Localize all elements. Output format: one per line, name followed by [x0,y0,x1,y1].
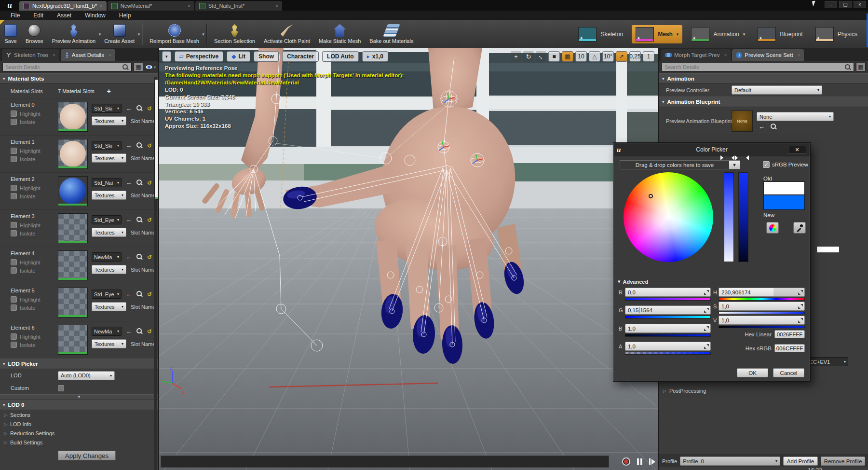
saturation-value-field[interactable]: 1,0 [719,302,805,311]
viewport-3d[interactable]: z x ▾ ▱Perspective ◆Lit Show Character L… [159,48,658,470]
chevron-down-icon[interactable]: ▾ [743,32,746,37]
add-profile-button[interactable]: Add Profile [783,456,818,466]
isolate-checkbox[interactable] [11,119,17,125]
tonemapper-dropdown[interactable]: LCC+EV1▾ [804,357,848,366]
grid-snap-value[interactable]: 10 [575,51,587,62]
isolate-checkbox[interactable] [11,230,17,236]
chevron-down-icon[interactable]: ▼ [729,161,740,169]
reset-to-default-icon[interactable]: ↺ [147,217,152,223]
panel-splitter[interactable]: ▼ [0,394,158,400]
close-icon[interactable]: × [724,53,727,58]
dialog-close-button[interactable]: ✕ [788,146,806,154]
use-selected-asset-icon[interactable]: ← [126,142,132,149]
search-input[interactable] [5,64,122,70]
saturation-gradient-bar[interactable] [719,312,805,314]
animation-blueprint-header[interactable]: ▾Animation Blueprint [659,97,868,107]
material-select-dropdown[interactable]: Std_Eye▾ [92,215,122,224]
perspective-button[interactable]: ▱Perspective [175,51,224,62]
browse-to-asset-icon[interactable] [136,180,143,186]
mode-mesh-button[interactable]: ★ Mesh▾ [632,25,682,43]
step-forward-button[interactable] [649,458,655,465]
bake-out-materials-button[interactable]: Bake out Materials [365,22,418,46]
close-tab-icon[interactable]: × [100,3,103,9]
isolate-checkbox-row[interactable]: Isolate [11,230,58,236]
world-local-space-icon[interactable]: ■ [548,51,560,62]
animation-section-header[interactable]: ▾Animation [659,73,868,84]
remove-profile-button[interactable]: Remove Profile [821,456,865,466]
scale-snap-toggle[interactable]: ↗ [616,51,627,62]
textures-dropdown[interactable]: Textures▾ [92,339,126,348]
view-options-button[interactable]: ▾ [145,65,156,69]
highlight-checkbox[interactable] [11,148,17,154]
asset-tab-nails-inst[interactable]: Std_Nails_Inst* × [195,1,282,11]
dialog-title-bar[interactable]: u Color Picker ✕ [614,143,810,156]
tab-morph-target-preview[interactable]: Morph Target Prev× [661,49,731,61]
chevron-down-icon[interactable]: ▾ [138,32,140,37]
mode-animation-button[interactable]: ★ Animation▾ [687,25,749,43]
browse-to-asset-icon[interactable] [136,217,143,223]
menu-edit[interactable]: Edit [27,11,49,20]
search-input[interactable] [665,64,845,70]
anim-bp-dropdown[interactable]: None▾ [757,112,834,121]
highlight-checkbox[interactable] [11,222,17,228]
lit-mode-button[interactable]: ◆Lit [227,51,250,62]
rotation-snap-value[interactable]: 10° [602,51,614,62]
isolate-checkbox[interactable] [11,342,17,348]
drag-handle-icon[interactable] [704,326,709,331]
left-panel-scrollbar[interactable] [154,77,157,470]
menu-file[interactable]: File [5,11,26,20]
chevron-down-icon[interactable]: ▾ [677,32,679,37]
use-selected-asset-icon[interactable]: ← [126,328,132,334]
material-thumbnail[interactable] [58,250,88,280]
scale-tool-icon[interactable]: ↔ [536,51,546,62]
red-value-field[interactable]: 0,0 [625,288,711,297]
section-selection-button[interactable]: Section Selection [210,22,259,46]
drag-handle-icon[interactable] [704,308,709,313]
advanced-section-header[interactable]: ▾Advanced [618,278,648,285]
value-slider[interactable] [738,172,748,262]
record-button[interactable] [622,457,630,466]
expand-arrow-icon[interactable]: ▷ [4,422,7,427]
lod-picker-header[interactable]: ▾LOD Picker [0,359,158,369]
search-box[interactable] [662,63,854,71]
use-selected-asset-icon[interactable]: ← [126,180,132,186]
color-themes-button[interactable] [766,222,779,234]
asset-tab-hand[interactable]: NextUpgrade3D_Hand1_b* × [19,1,107,11]
material-select-dropdown[interactable]: Std_Nai▾ [92,178,122,187]
hex-srgb-field[interactable]: 006CFFFF [774,344,805,352]
highlight-checkbox-row[interactable]: Highlight [11,111,58,117]
mode-skeleton-button[interactable]: ★ Skeleton [574,25,627,43]
material-select-dropdown[interactable]: NewMa▾ [92,252,122,262]
isolate-checkbox-row[interactable]: Isolate [11,193,58,199]
rotate-tool-icon[interactable]: ↻ [523,51,534,62]
use-selected-asset-icon[interactable]: ← [126,254,132,260]
drag-handle-icon[interactable] [798,290,803,295]
highlight-checkbox-row[interactable]: Highlight [11,148,58,154]
drag-handle-icon[interactable] [798,318,803,323]
reset-to-default-icon[interactable]: ↺ [147,254,152,261]
minimize-button[interactable]: – [825,1,837,8]
material-thumbnail[interactable] [58,102,88,132]
show-menu-button[interactable]: Show [254,51,279,62]
expand-arrow-icon[interactable]: ▷ [4,440,7,445]
character-menu-button[interactable]: Character [282,51,319,62]
highlight-checkbox-row[interactable]: Highlight [11,222,58,228]
highlight-checkbox-row[interactable]: Highlight [11,296,58,303]
use-selected-asset-icon[interactable]: ← [126,291,132,297]
make-static-mesh-button[interactable]: Make Static Mesh [314,22,365,46]
mode-physics-button[interactable]: ★ Physics [812,25,861,43]
slider-handle-icon[interactable] [732,155,734,160]
use-selected-asset-icon[interactable]: ← [759,124,765,130]
close-icon[interactable]: × [108,53,111,58]
lod-dropdown[interactable]: Auto (LOD0)▾ [58,371,115,380]
browse-to-asset-icon[interactable] [771,124,777,130]
blue-value-field[interactable]: 1,0 [625,324,711,333]
cancel-button[interactable]: Cancel [773,368,804,377]
slider-handle-icon[interactable] [735,155,738,160]
color-wheel[interactable] [624,172,713,262]
viewport-options-button[interactable]: ▾ [162,51,171,62]
isolate-checkbox-row[interactable]: Isolate [11,119,58,125]
create-asset-button[interactable]: Create Asset▾ [100,22,139,46]
reset-to-default-icon[interactable]: ↺ [147,328,152,335]
alpha-gradient-bar[interactable] [625,352,711,355]
